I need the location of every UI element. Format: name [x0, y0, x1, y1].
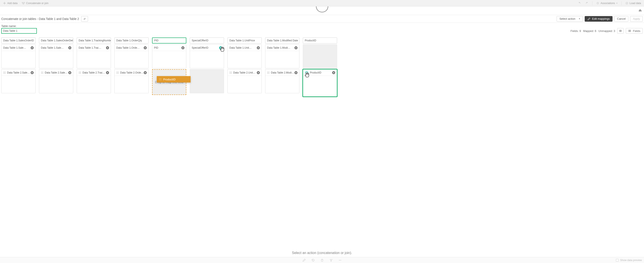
column-header[interactable]: Data Table 1.TrackingNumber: [77, 38, 111, 44]
preview-checkbox[interactable]: [616, 259, 618, 261]
drop-target[interactable]: Drop to map this field ProductID: [152, 69, 186, 95]
mapped-count: Mapped: 6: [583, 29, 596, 33]
field-chip[interactable]: PID: [152, 45, 186, 51]
toolbar-separator: [592, 1, 592, 5]
refresh-icon[interactable]: [312, 258, 315, 262]
column-header[interactable]: ProductID: [303, 38, 337, 44]
field-label: Data Table 2.UnitPrice: [233, 71, 257, 74]
add-data-button[interactable]: Add data: [1, 1, 19, 6]
column-header[interactable]: Data Table 1.OrderQty: [114, 38, 149, 44]
eye-icon: [619, 29, 622, 33]
column-header[interactable]: Data Table 1.SalesOrderID: [1, 38, 36, 44]
target-field-box: [190, 69, 224, 93]
source-field-box: Data Table 1.Modified Date: [265, 44, 300, 68]
field-chip[interactable]: Data Table 1.OrderQty: [114, 45, 148, 51]
remove-icon[interactable]: [294, 71, 298, 74]
source-field-box: Data Table 1.TrackingNu…: [77, 44, 111, 68]
source-field-box: Data Table 1.SalesOrderID: [1, 44, 36, 68]
edit-mappings-button[interactable]: Edit mappings: [585, 16, 612, 22]
remove-icon[interactable]: [31, 71, 34, 74]
field-chip[interactable]: Data Table 2.SalesOr…: [2, 70, 35, 76]
target-field-box: Data Table 2.Trackin…: [77, 69, 111, 93]
remove-icon[interactable]: [106, 71, 109, 74]
more-icon[interactable]: [338, 258, 342, 262]
fields-label: Fields: [633, 29, 640, 33]
remove-icon[interactable]: [106, 46, 109, 49]
redo-icon: [585, 2, 588, 5]
fields-button[interactable]: Fields: [626, 28, 643, 34]
redo-button[interactable]: [584, 1, 590, 6]
field-chip[interactable]: Data Table 2.Modifie…: [265, 70, 299, 76]
load-data-button[interactable]: Load data: [624, 1, 643, 6]
source-field-box: PID: [152, 44, 186, 68]
field-chip[interactable]: Data Table 1.SalesOrder…: [39, 45, 73, 51]
column-header[interactable]: SpecialOfferID: [190, 38, 224, 44]
app-toolbar: Add data Concatenate or join Association…: [0, 0, 644, 7]
select-action-dropdown[interactable]: Select action: [556, 16, 583, 22]
column-header[interactable]: PID: [152, 38, 186, 44]
target-field-box: Data Table 2.SalesOr…: [1, 69, 36, 93]
field-label: Data Table 1.UnitPrice: [229, 46, 253, 49]
filter-icon[interactable]: [330, 258, 333, 262]
field-chip[interactable]: Data Table 1.UnitPrice: [228, 45, 262, 51]
remove-icon[interactable]: [294, 46, 298, 49]
swap-tables-button[interactable]: [81, 16, 88, 22]
remove-icon[interactable]: [257, 46, 260, 49]
mapping-column: Data Table 1.SalesOrderDetailID Data Tab…: [39, 38, 73, 97]
svg-point-6: [620, 31, 621, 31]
plus-icon: [3, 2, 6, 5]
field-chip[interactable]: Data Table 2.UnitPrice: [228, 70, 262, 76]
field-chip[interactable]: Data Table 2.SalesOr…: [39, 70, 73, 76]
remove-icon[interactable]: [144, 46, 147, 49]
mapping-column: Data Table 1.UnitPrice Data Table 1.Unit…: [228, 38, 262, 97]
target-field-box: Data Table 2.OrderQty: [114, 69, 149, 93]
field-label: Data Table 1.SalesOrder…: [41, 46, 64, 49]
apply-button[interactable]: Apply: [630, 16, 643, 22]
pencil-icon[interactable]: [302, 258, 306, 262]
svg-rect-2: [23, 3, 24, 4]
page-title: Concatenate or join tables - Data Table …: [1, 17, 79, 21]
field-chip[interactable]: Data Table 2.Trackin…: [77, 70, 111, 76]
cancel-button[interactable]: Cancel: [614, 16, 628, 22]
remove-icon[interactable]: [144, 71, 147, 74]
source-field-box: Data Table 1.UnitPrice: [228, 44, 262, 68]
trash-icon[interactable]: [320, 258, 324, 262]
field-label: Data Table 2.Modifie…: [271, 71, 294, 74]
visibility-toggle-button[interactable]: [617, 28, 624, 34]
remove-icon[interactable]: [31, 46, 34, 49]
remove-icon[interactable]: [257, 71, 260, 74]
edit-mappings-label: Edit mappings: [592, 17, 610, 20]
column-header[interactable]: Data Table 1.SalesOrderDetailID: [39, 38, 73, 44]
load-data-label: Load data: [630, 2, 641, 5]
remove-icon[interactable]: [219, 46, 222, 49]
undo-button[interactable]: [576, 1, 583, 6]
field-chip[interactable]: Data Table 2.OrderQty: [114, 70, 148, 76]
field-chip[interactable]: ProductID: [303, 70, 337, 76]
home-icon[interactable]: [638, 9, 642, 12]
table-name-input[interactable]: [1, 28, 37, 34]
toolbar-separator: [621, 1, 622, 5]
cancel-label: Cancel: [617, 17, 626, 20]
concat-icon: [22, 2, 25, 5]
concatenate-join-button[interactable]: Concatenate or join: [20, 1, 50, 6]
remove-icon[interactable]: [182, 46, 184, 49]
field-chip[interactable]: SpecialOfferID: [190, 45, 224, 51]
field-chip[interactable]: Data Table 1.SalesOrderID: [2, 45, 35, 51]
mapping-column: Data Table 1.Modified Date Data Table 1.…: [265, 38, 300, 97]
mapping-column: ProductID ProductID: [303, 38, 337, 97]
drag-chip[interactable]: ProductID: [157, 76, 190, 83]
field-chip[interactable]: Data Table 1.Modified Date: [265, 45, 299, 51]
remove-icon[interactable]: [68, 71, 71, 74]
field-chip[interactable]: Data Table 1.TrackingNu…: [77, 45, 111, 51]
svg-point-4: [598, 3, 598, 4]
shelf-pull-handle[interactable]: [316, 7, 328, 13]
remove-icon[interactable]: [332, 71, 335, 74]
associations-button[interactable]: Associations ▾: [594, 1, 619, 6]
column-header[interactable]: Data Table 1.Modified Date: [265, 38, 300, 44]
column-header[interactable]: Data Table 1.UnitPrice: [228, 38, 262, 44]
fields-count: Fields: 9: [570, 29, 581, 33]
target-field-box: Data Table 2.UnitPrice: [228, 69, 262, 93]
remove-icon[interactable]: [68, 46, 71, 49]
table-name-label: Table name:: [1, 25, 643, 28]
mapping-grid: Data Table 1.SalesOrderID Data Table 1.S…: [1, 38, 643, 97]
